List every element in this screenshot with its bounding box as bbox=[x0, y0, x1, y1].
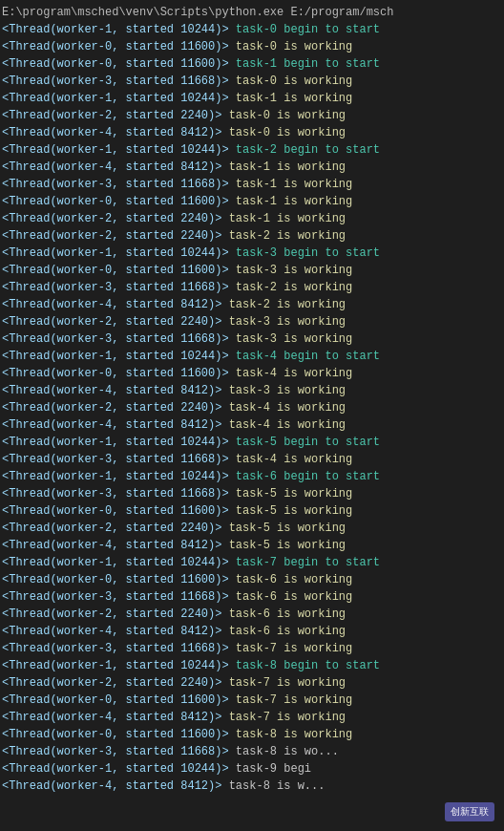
terminal-line: <Thread(worker-4, started 8412)> task-3 … bbox=[2, 382, 502, 399]
task-status: task-6 is working bbox=[229, 573, 353, 586]
thread-label: <Thread(worker-2, started 2240)> bbox=[2, 607, 221, 621]
task-status: task-1 begin to start bbox=[229, 57, 380, 71]
task-status: task-2 begin to start bbox=[229, 143, 380, 157]
terminal-line: <Thread(worker-3, started 11668)> task-0… bbox=[2, 73, 502, 90]
terminal-line: <Thread(worker-0, started 11600)> task-6… bbox=[2, 571, 502, 588]
terminal-line: <Thread(worker-3, started 11668)> task-3… bbox=[2, 330, 502, 348]
task-status: task-4 is working bbox=[221, 418, 346, 432]
task-status: task-8 is w... bbox=[221, 779, 325, 793]
task-status: task-6 is working bbox=[221, 607, 346, 621]
terminal-line: <Thread(worker-3, started 11668)> task-8… bbox=[2, 743, 502, 760]
thread-label: <Thread(worker-2, started 2240)> bbox=[2, 676, 221, 690]
task-status: task-7 is working bbox=[229, 693, 353, 707]
thread-label: <Thread(worker-4, started 8412)> bbox=[2, 160, 221, 174]
task-status: task-5 is working bbox=[229, 504, 353, 518]
terminal-line: <Thread(worker-1, started 10244)> task-7… bbox=[2, 554, 502, 571]
task-status: task-3 begin to start bbox=[229, 246, 380, 260]
thread-label: <Thread(worker-1, started 10244)> bbox=[2, 659, 229, 672]
thread-label: <Thread(worker-3, started 11668)> bbox=[2, 590, 229, 604]
thread-label: <Thread(worker-0, started 11600)> bbox=[2, 195, 229, 208]
terminal-line: <Thread(worker-2, started 2240)> task-2 … bbox=[2, 227, 502, 245]
terminal-line: <Thread(worker-4, started 8412)> task-6 … bbox=[2, 623, 502, 640]
terminal-line: <Thread(worker-1, started 10244)> task-1… bbox=[2, 90, 502, 107]
task-status: task-0 begin to start bbox=[229, 23, 380, 36]
task-status: task-8 is working bbox=[229, 728, 353, 741]
thread-label: <Thread(worker-2, started 2240)> bbox=[2, 229, 221, 243]
thread-label: <Thread(worker-3, started 11668)> bbox=[2, 75, 229, 88]
thread-label: <Thread(worker-2, started 2240)> bbox=[2, 212, 221, 225]
terminal-line: <Thread(worker-4, started 8412)> task-2 … bbox=[2, 296, 502, 313]
task-status: task-4 begin to start bbox=[229, 350, 380, 363]
terminal-line: <Thread(worker-0, started 11600)> task-7… bbox=[2, 692, 502, 709]
task-status: task-5 is working bbox=[229, 487, 353, 501]
task-status: task-8 is wo... bbox=[229, 745, 339, 758]
terminal-line: <Thread(worker-3, started 11668)> task-6… bbox=[2, 588, 502, 606]
task-status: task-1 is working bbox=[229, 92, 353, 105]
task-status: task-0 is working bbox=[221, 109, 346, 122]
thread-label: <Thread(worker-1, started 10244)> bbox=[2, 762, 229, 776]
task-status: task-7 is working bbox=[221, 676, 346, 690]
thread-label: <Thread(worker-0, started 11600)> bbox=[2, 264, 229, 277]
task-status: task-1 is working bbox=[229, 178, 353, 191]
terminal-line: <Thread(worker-3, started 11668)> task-2… bbox=[2, 279, 502, 296]
terminal-line: <Thread(worker-4, started 8412)> task-4 … bbox=[2, 416, 502, 434]
task-status: task-0 is working bbox=[229, 40, 353, 53]
terminal-line: <Thread(worker-2, started 2240)> task-4 … bbox=[2, 399, 502, 416]
task-status: task-2 is working bbox=[221, 298, 346, 311]
task-status: task-3 is working bbox=[229, 332, 353, 346]
thread-label: <Thread(worker-2, started 2240)> bbox=[2, 401, 221, 415]
terminal-line: <Thread(worker-4, started 8412)> task-0 … bbox=[2, 124, 502, 141]
terminal-line: <Thread(worker-1, started 10244)> task-2… bbox=[2, 141, 502, 159]
terminal-line: <Thread(worker-2, started 2240)> task-1 … bbox=[2, 210, 502, 227]
task-status: task-0 is working bbox=[221, 126, 346, 139]
terminal-line: <Thread(worker-0, started 11600)> task-4… bbox=[2, 365, 502, 382]
thread-label: <Thread(worker-3, started 11668)> bbox=[2, 178, 229, 191]
terminal-line: <Thread(worker-4, started 8412)> task-7 … bbox=[2, 709, 502, 726]
task-status: task-5 is working bbox=[221, 522, 346, 535]
thread-label: <Thread(worker-3, started 11668)> bbox=[2, 281, 229, 294]
thread-label: <Thread(worker-2, started 2240)> bbox=[2, 109, 221, 122]
terminal-line: <Thread(worker-1, started 10244)> task-3… bbox=[2, 245, 502, 262]
terminal-line: <Thread(worker-1, started 10244)> task-6… bbox=[2, 468, 502, 485]
task-status: task-6 is working bbox=[229, 590, 353, 604]
task-status: task-2 is working bbox=[229, 281, 353, 294]
thread-label: <Thread(worker-1, started 10244)> bbox=[2, 143, 229, 157]
task-status: task-7 is working bbox=[221, 711, 346, 724]
thread-label: <Thread(worker-1, started 10244)> bbox=[2, 556, 229, 569]
terminal-line: <Thread(worker-0, started 11600)> task-8… bbox=[2, 726, 502, 743]
terminal-window: E:\program\msched\venv\Scripts\python.ex… bbox=[0, 0, 504, 831]
terminal-line: <Thread(worker-2, started 2240)> task-3 … bbox=[2, 313, 502, 330]
terminal-line: <Thread(worker-4, started 8412)> task-5 … bbox=[2, 537, 502, 554]
thread-label: <Thread(worker-1, started 10244)> bbox=[2, 470, 229, 483]
thread-label: <Thread(worker-0, started 11600)> bbox=[2, 693, 229, 707]
task-status: task-7 begin to start bbox=[229, 556, 380, 569]
thread-label: <Thread(worker-0, started 11600)> bbox=[2, 573, 229, 586]
thread-label: <Thread(worker-4, started 8412)> bbox=[2, 126, 221, 139]
thread-label: <Thread(worker-4, started 8412)> bbox=[2, 298, 221, 311]
thread-label: <Thread(worker-4, started 8412)> bbox=[2, 625, 221, 638]
task-status: task-5 is working bbox=[221, 539, 346, 552]
thread-label: <Thread(worker-0, started 11600)> bbox=[2, 367, 229, 380]
thread-label: <Thread(worker-4, started 8412)> bbox=[2, 711, 221, 724]
task-status: task-1 is working bbox=[221, 160, 346, 174]
thread-label: <Thread(worker-1, started 10244)> bbox=[2, 246, 229, 260]
terminal-line: <Thread(worker-0, started 11600)> task-1… bbox=[2, 55, 502, 73]
terminal-line: <Thread(worker-4, started 8412)> task-8 … bbox=[2, 778, 502, 795]
terminal-line: <Thread(worker-3, started 11668)> task-5… bbox=[2, 485, 502, 502]
task-status: task-1 is working bbox=[221, 212, 346, 225]
terminal-line: <Thread(worker-2, started 2240)> task-6 … bbox=[2, 606, 502, 623]
terminal-line: <Thread(worker-1, started 10244)> task-0… bbox=[2, 21, 502, 38]
terminal-line: <Thread(worker-2, started 2240)> task-0 … bbox=[2, 107, 502, 124]
task-status: task-1 is working bbox=[229, 195, 353, 208]
task-status: task-4 is working bbox=[221, 401, 346, 415]
thread-label: <Thread(worker-4, started 8412)> bbox=[2, 539, 221, 552]
task-status: task-9 begi bbox=[229, 762, 311, 776]
thread-label: <Thread(worker-0, started 11600)> bbox=[2, 40, 229, 53]
thread-label: <Thread(worker-2, started 2240)> bbox=[2, 522, 221, 535]
thread-label: <Thread(worker-2, started 2240)> bbox=[2, 315, 221, 329]
terminal-line: <Thread(worker-0, started 11600)> task-3… bbox=[2, 262, 502, 279]
terminal-line: <Thread(worker-2, started 2240)> task-7 … bbox=[2, 674, 502, 692]
terminal-line: <Thread(worker-0, started 11600)> task-0… bbox=[2, 38, 502, 55]
terminal-line: <Thread(worker-1, started 10244)> task-9… bbox=[2, 760, 502, 778]
terminal-line: <Thread(worker-1, started 10244)> task-4… bbox=[2, 348, 502, 365]
